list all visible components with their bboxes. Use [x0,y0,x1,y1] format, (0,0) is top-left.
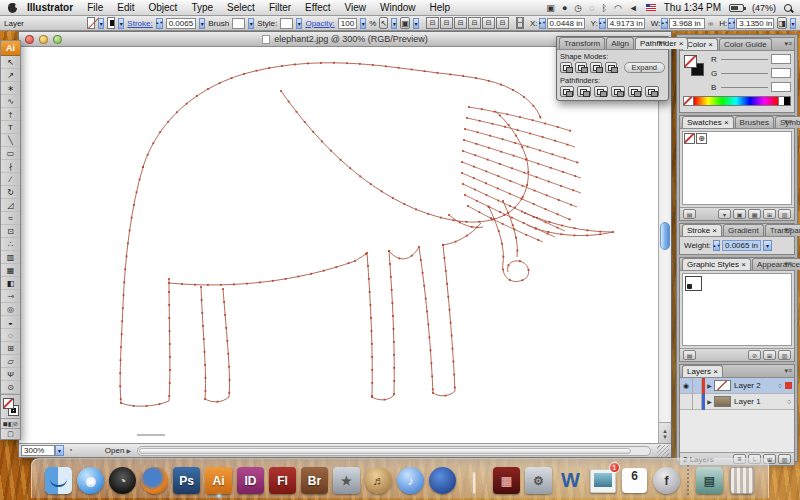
fill-swatch[interactable] [3,398,14,409]
channel-value-g[interactable] [771,68,791,78]
w-field[interactable]: 3.968 in [669,18,705,29]
menu-clock[interactable]: Thu 1:34 PM [664,2,721,13]
ichat-status-icon[interactable]: ◌ [589,3,594,13]
dock-item-front-row[interactable]: ▦ [492,466,521,495]
time-machine-icon[interactable]: ● [562,3,567,13]
pathfinder-tab-align[interactable]: Align [606,37,634,49]
menu-object[interactable]: Object [148,2,177,13]
swatch-kinds-button[interactable]: ▾ [718,209,731,219]
blend-tool[interactable]: ◎ [1,303,20,316]
layer-expand-triangle[interactable]: ▶ [705,398,714,405]
panel-menu-icon[interactable]: ▾≡ [784,226,792,234]
intersect-button[interactable] [590,62,602,73]
status-menu[interactable]: Open ▶ [105,446,131,455]
stroke-color-swatch[interactable] [87,17,95,29]
vertical-scrollbar-arrows[interactable]: ▲▼ [659,422,671,444]
dock-item-garageband[interactable]: ♬ [364,466,393,495]
menu-illustrator[interactable]: Illustrator [27,2,73,13]
minimize-window-button[interactable] [39,35,48,44]
menu-file[interactable]: File [87,2,103,13]
direct-selection-tool[interactable]: ↗ [1,69,20,82]
color-spectrum-bar[interactable] [683,96,791,106]
panel-menu-icon[interactable]: ▾≡ [784,118,792,126]
new-color-group-button[interactable]: ▦ [748,209,761,219]
isolate-mode-button[interactable]: ↖ [379,17,388,29]
line-segment-tool[interactable]: ╲ [1,134,20,147]
spectrum-none-swatch[interactable] [684,97,694,105]
panel-menu-icon[interactable]: ▾≡ [784,40,792,48]
dock-item-imovie[interactable]: ★ [332,466,361,495]
symbol-sprayer-tool[interactable]: ∴ [1,238,20,251]
menu-select[interactable]: Select [227,2,255,13]
y-stepper[interactable]: ▲▼ [599,18,606,29]
displays-icon[interactable]: ▣ [546,3,555,13]
reference-point-icon[interactable] [516,17,524,29]
horizontal-scrollbar[interactable] [137,446,651,456]
x-stepper[interactable]: ▲▼ [539,18,546,29]
fill-stroke-indicator[interactable] [1,394,20,418]
layer-lock-toggle[interactable] [693,394,702,410]
dock-item-ichat[interactable]: ◉ [76,466,105,495]
type-tool[interactable]: T [1,121,20,134]
eyedropper-tool[interactable]: ⊸ [1,290,20,303]
graphic-styles-tab-appearance[interactable]: Appearance [752,258,800,270]
brush-dropdown[interactable]: ▾ [248,18,254,29]
vertical-scrollbar[interactable]: ▲▼ [658,47,671,444]
delete-layer-button[interactable]: ▥ [778,454,791,464]
dock-item-ical[interactable]: 6 [620,466,649,495]
trim-button[interactable] [577,86,591,97]
channel-slider-b[interactable] [721,87,768,88]
actions-dropdown[interactable]: ▾ [790,18,796,29]
zoom-level-dropdown[interactable]: ▾ [55,445,64,456]
dock-item-cyberduck[interactable] [428,466,457,495]
free-transform-tool[interactable]: ⊡ [1,225,20,238]
spectrum-ramp[interactable] [694,97,778,105]
stroke-weight-field[interactable]: 0.0065 [166,18,196,29]
none-button[interactable]: ⊘ [13,420,18,427]
dock-item-pages[interactable]: ❘ [460,466,489,495]
crop-button[interactable] [611,86,625,97]
dock-item-itunes[interactable]: ♪ [396,466,425,495]
weight-dropdown[interactable]: ▾ [763,240,772,251]
gradient-tool[interactable]: ◧ [1,277,20,290]
delete-style-button[interactable]: ▥ [778,350,791,360]
panel-menu-icon[interactable]: ▾≡ [784,260,792,268]
dock-item-documents-stack[interactable]: ▤ [695,466,724,495]
panel-menu-icon[interactable]: ▾≡ [658,39,666,47]
break-link-button[interactable]: ⊘ [748,350,761,360]
zoom-tool[interactable]: ⊙ [1,381,20,394]
selection-tool[interactable]: ↖ [1,56,20,69]
align-center-button[interactable]: ⊟ [440,17,453,29]
layer-name[interactable]: Layer 2 [734,381,775,390]
scale-tool[interactable]: ◿ [1,199,20,212]
stroke-color-dropdown[interactable]: ▾ [98,18,104,29]
dock-item-system-preferences[interactable]: ⚙ [524,466,553,495]
color-fill-stroke-swatches[interactable] [684,55,706,79]
input-language-flag-icon[interactable] [646,4,656,11]
expand-button[interactable]: Expand [624,62,665,73]
mesh-tool[interactable]: ▦ [1,264,20,277]
opacity-link[interactable]: Opacity: [305,19,334,28]
vertical-scrollbar-thumb[interactable] [660,222,670,250]
volume-icon[interactable]: ◄ [629,3,638,13]
layer-visibility-toggle[interactable]: ◉ [680,378,693,394]
brush-field[interactable] [232,18,245,29]
magic-wand-tool[interactable]: ∗ [1,82,20,95]
layer-row-layer-2[interactable]: ◉▶Layer 2○ [680,378,794,394]
actions-button[interactable]: ◨ [777,17,787,29]
unite-button[interactable] [560,62,572,73]
stroke-weight-dropdown[interactable]: ▾ [199,18,205,29]
new-style-button[interactable]: ⊞ [763,350,776,360]
stroke-tab-transparency[interactable]: Transparency [765,224,800,236]
x-field[interactable]: 0.0448 in [547,18,585,29]
live-paint-selection-tool[interactable]: ◌ [1,329,20,342]
default-graphic-style[interactable] [685,276,702,291]
registration-swatch[interactable]: ⊕ [696,133,707,144]
opacity-dropdown[interactable]: ▾ [360,18,366,29]
menu-edit[interactable]: Edit [117,2,134,13]
channel-slider-r[interactable] [721,59,768,60]
battery-icon[interactable] [729,4,744,12]
dock-item-word[interactable]: W [556,466,585,495]
link-dimensions-icon[interactable]: ∞ [708,20,713,27]
layer-expand-triangle[interactable]: ▶ [705,382,714,389]
